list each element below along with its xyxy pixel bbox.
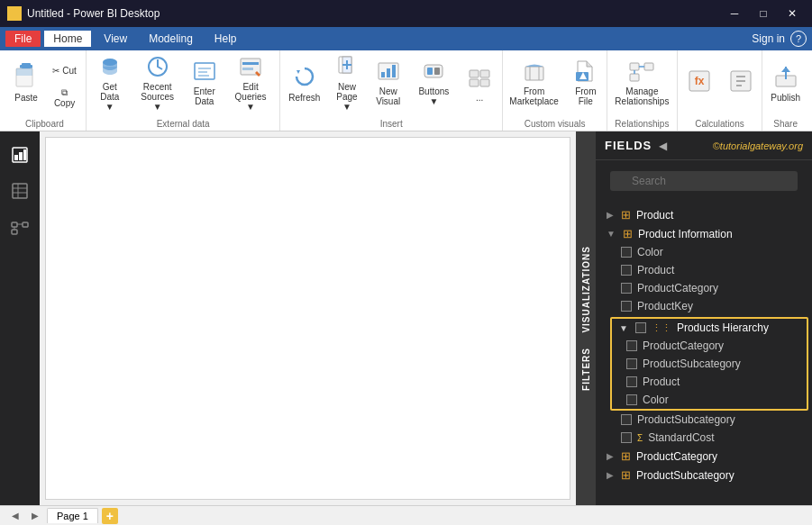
calculations2-btn[interactable]	[721, 54, 761, 110]
menu-home[interactable]: Home	[44, 31, 91, 47]
sign-in-link[interactable]: Sign in	[752, 32, 785, 45]
manage-relationships-btn[interactable]: ManageRelationships	[609, 54, 674, 110]
buttons-label: Buttons ▼	[415, 86, 454, 106]
svg-rect-32	[470, 79, 479, 86]
new-visual-icon	[374, 58, 403, 85]
menu-view[interactable]: View	[95, 31, 136, 47]
data-view-btn[interactable]	[4, 175, 36, 207]
field-checkbox[interactable]	[635, 322, 646, 333]
svg-rect-24	[381, 72, 385, 77]
filters-tab[interactable]: FILTERS	[578, 340, 595, 398]
from-marketplace-btn[interactable]: FromMarketplace	[504, 54, 563, 110]
productsubcategory-table-item[interactable]: ▶ ⊞ ProductSubcategory	[596, 466, 812, 484]
minimize-btn[interactable]: ─	[722, 0, 747, 27]
copy-label: ⧉ Copy	[50, 87, 78, 108]
copy-btn[interactable]: ⧉ Copy	[47, 85, 82, 110]
productsubcategory-field-item[interactable]: ProductSubcategory	[596, 411, 812, 429]
h-productcategory-item[interactable]: ProductCategory	[612, 337, 807, 355]
clipboard-group: Paste ✂ Cut ⧉ Copy Clipboard	[4, 50, 87, 131]
field-checkbox[interactable]	[621, 414, 632, 425]
calculations-btn[interactable]: fx	[680, 54, 719, 110]
standardcost-field-item[interactable]: Σ StandardCost	[596, 429, 812, 447]
model-view-btn[interactable]	[4, 211, 36, 243]
fields-header: FIELDS ◀ ©tutorialgateway.org	[596, 131, 812, 160]
add-page-btn[interactable]: +	[102, 508, 118, 524]
product-table-item[interactable]: ▶ ⊞ Product	[596, 205, 812, 224]
field-checkbox[interactable]	[621, 301, 632, 312]
product-field-item[interactable]: Product	[596, 261, 812, 279]
next-page-btn[interactable]: ▶	[27, 508, 43, 524]
custom-visuals-group: FromMarketplace FromFile Custom visuals	[503, 50, 607, 131]
menu-help[interactable]: Help	[205, 31, 246, 47]
more-insert-btn[interactable]: ...	[461, 54, 498, 110]
h-product-item[interactable]: Product	[612, 373, 807, 391]
visualizations-tab[interactable]: VISUALIZATIONS	[578, 239, 595, 340]
paste-icon	[12, 62, 41, 91]
fields-list: ▶ ⊞ Product ▼ ⊞ Product Information Colo…	[596, 202, 812, 505]
field-checkbox[interactable]	[626, 394, 637, 405]
color-field-item[interactable]: Color	[596, 243, 812, 261]
cut-btn[interactable]: ✂ Cut	[47, 58, 82, 83]
new-page-label: NewPage ▼	[332, 82, 362, 112]
field-label: StandardCost	[648, 431, 714, 444]
report-view-btn[interactable]	[4, 139, 36, 171]
fields-panel: FIELDS ◀ ©tutorialgateway.org 🔍 ▶ ⊞ Prod…	[596, 131, 812, 505]
new-visual-label: NewVisual	[376, 86, 400, 106]
buttons-icon	[419, 58, 448, 85]
refresh-btn[interactable]: Refresh	[284, 54, 324, 110]
prev-page-btn[interactable]: ◀	[7, 508, 23, 524]
field-checkbox[interactable]	[626, 358, 637, 369]
get-data-btn[interactable]: GetData ▼	[90, 54, 130, 110]
help-btn[interactable]: ?	[790, 31, 807, 47]
publish-label: Publish	[771, 93, 800, 103]
h-productsubcategory-item[interactable]: ProductSubcategory	[612, 355, 807, 373]
svg-rect-40	[644, 63, 653, 70]
new-visual-btn[interactable]: NewVisual	[370, 54, 407, 110]
productcategory-field-item[interactable]: ProductCategory	[596, 279, 812, 297]
productkey-field-item[interactable]: ProductKey	[596, 297, 812, 315]
close-btn[interactable]: ✕	[780, 0, 805, 27]
from-file-btn[interactable]: FromFile	[566, 54, 606, 110]
publish-btn[interactable]: Publish	[765, 54, 806, 110]
field-label: ProductCategory	[636, 450, 717, 463]
h-color-item[interactable]: Color	[612, 391, 807, 409]
recent-sources-label: RecentSources ▼	[137, 82, 178, 112]
edit-queries-label: EditQueries ▼	[231, 82, 271, 112]
field-checkbox[interactable]	[621, 247, 632, 258]
refresh-label: Refresh	[288, 93, 320, 103]
field-label: ProductKey	[637, 300, 693, 312]
productcategory-table-item[interactable]: ▶ ⊞ ProductCategory	[596, 447, 812, 466]
manage-relationships-icon	[627, 58, 656, 85]
field-checkbox[interactable]	[621, 265, 632, 276]
field-checkbox[interactable]	[621, 432, 632, 443]
collapse-panel-btn[interactable]: ◀	[659, 140, 667, 152]
buttons-btn[interactable]: Buttons ▼	[409, 54, 460, 110]
svg-rect-15	[242, 62, 259, 65]
new-page-btn[interactable]: NewPage ▼	[326, 54, 368, 110]
menu-modeling[interactable]: Modeling	[140, 31, 202, 47]
recent-sources-btn[interactable]: RecentSources ▼	[132, 54, 184, 110]
enter-data-btn[interactable]: EnterData	[186, 54, 224, 110]
svg-rect-57	[13, 184, 27, 198]
field-checkbox[interactable]	[626, 376, 637, 387]
products-hierarchy-item[interactable]: ▼ ⋮⋮ Products Hierarchy	[612, 319, 807, 337]
svg-rect-30	[470, 70, 479, 77]
paste-label: Paste	[14, 93, 38, 103]
field-checkbox[interactable]	[621, 283, 632, 294]
menu-file[interactable]: File	[5, 31, 41, 47]
field-checkbox[interactable]	[626, 340, 637, 351]
share-label: Share	[773, 119, 798, 131]
product-information-item[interactable]: ▼ ⊞ Product Information	[596, 224, 812, 243]
canvas-area	[45, 137, 570, 500]
field-label: ProductSubcategory	[643, 358, 741, 370]
fields-search-input[interactable]	[610, 171, 798, 191]
maximize-btn[interactable]: □	[751, 0, 776, 27]
relationships-group: ManageRelationships Relationships	[607, 50, 678, 131]
viz-filter-sidebar: VISUALIZATIONS FILTERS	[576, 131, 596, 505]
svg-marker-52	[781, 67, 790, 72]
paste-btn[interactable]: Paste	[7, 54, 45, 110]
svg-rect-39	[630, 63, 639, 70]
page-tab[interactable]: Page 1	[47, 508, 98, 523]
edit-queries-btn[interactable]: EditQueries ▼	[225, 54, 277, 110]
table-icon: ⊞	[621, 449, 631, 463]
